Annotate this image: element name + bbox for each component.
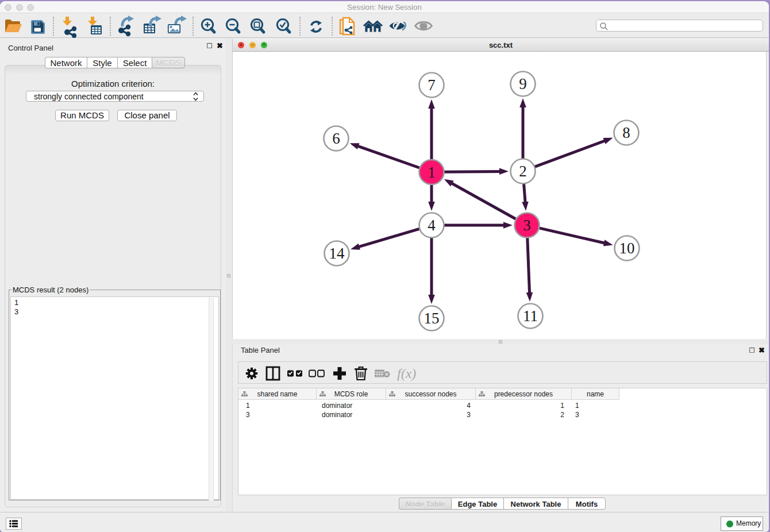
svg-text:11: 11 (523, 307, 538, 325)
svg-text:1: 1 (428, 164, 436, 181)
svg-text:10: 10 (619, 240, 635, 257)
svg-text:2: 2 (519, 163, 527, 180)
svg-text:8: 8 (622, 124, 630, 141)
svg-text:4: 4 (428, 217, 436, 234)
svg-text:15: 15 (424, 310, 440, 327)
svg-text:14: 14 (329, 245, 345, 262)
svg-text:f(x): f(x) (397, 366, 416, 381)
svg-text:6: 6 (332, 130, 340, 147)
svg-text:3: 3 (523, 217, 531, 234)
svg-text:7: 7 (428, 76, 436, 94)
svg-text:9: 9 (519, 75, 527, 92)
